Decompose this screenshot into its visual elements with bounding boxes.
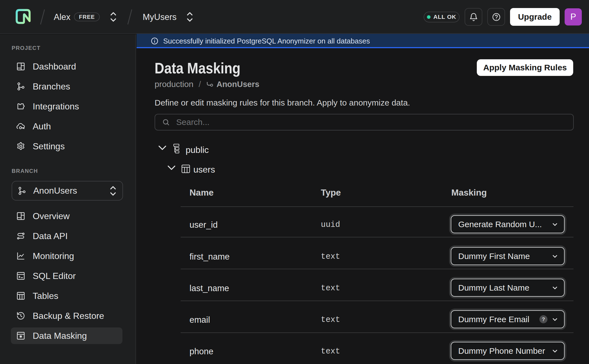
svg-text:Data Masking: Data Masking [155, 59, 240, 77]
